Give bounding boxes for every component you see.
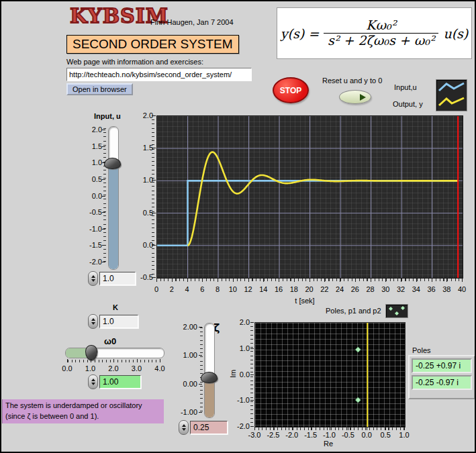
tick-label: 18 bbox=[290, 285, 298, 293]
tick-mark bbox=[102, 162, 105, 163]
tick-mark bbox=[202, 278, 203, 282]
system-status-message: The system is underdamped or oscillatory… bbox=[2, 399, 164, 423]
input-u-value: 1.0 bbox=[103, 274, 114, 283]
input-u-slider-track[interactable] bbox=[108, 126, 119, 270]
tick-label: 1.0 bbox=[230, 344, 250, 352]
k-spinner[interactable] bbox=[88, 314, 98, 329]
tick-label: -1.0 bbox=[323, 431, 336, 439]
poles-plot-title: Poles, p1 and p2 bbox=[326, 307, 381, 315]
open-in-browser-label: Open in browser bbox=[73, 85, 127, 93]
k-value: 1.0 bbox=[103, 317, 114, 326]
k-label: K bbox=[113, 303, 118, 311]
tick-label: 1.5 bbox=[79, 142, 102, 150]
k-numeric: 1.0 bbox=[88, 314, 138, 329]
tick-mark bbox=[199, 412, 202, 413]
poles-legend-icon[interactable] bbox=[385, 304, 408, 318]
tick-mark bbox=[250, 348, 254, 349]
zeta-spinner[interactable] bbox=[179, 420, 189, 435]
tick-mark bbox=[199, 355, 202, 356]
tick-label: 2.0 bbox=[230, 318, 250, 326]
url-input[interactable] bbox=[66, 68, 252, 81]
response-graph[interactable] bbox=[156, 115, 463, 279]
tick-label: 10 bbox=[229, 285, 237, 293]
tick-label: 6 bbox=[200, 285, 204, 293]
tick-label: 0.00 bbox=[175, 380, 197, 388]
omega0-spinner[interactable] bbox=[88, 374, 98, 389]
tick-mark bbox=[385, 278, 386, 282]
k-value-field[interactable]: 1.0 bbox=[99, 315, 138, 328]
tick-label: 1.0 bbox=[132, 176, 153, 184]
tick-mark bbox=[102, 212, 105, 213]
tick-mark bbox=[250, 426, 254, 427]
poles-readout-label: Poles bbox=[412, 346, 431, 354]
tick-mark bbox=[404, 427, 405, 430]
tick-mark bbox=[102, 196, 105, 197]
output-legend-line bbox=[439, 98, 464, 105]
tick-mark bbox=[311, 427, 312, 430]
input-u-slider-fill bbox=[109, 166, 118, 270]
pole-marker-icon bbox=[389, 307, 393, 311]
tick-mark bbox=[172, 278, 173, 282]
input-u-slider-handle[interactable] bbox=[104, 158, 121, 169]
zeta-slider-fill bbox=[205, 378, 214, 417]
tick-mark bbox=[294, 278, 295, 282]
tick-mark bbox=[310, 278, 310, 282]
tick-label: 16 bbox=[275, 285, 283, 293]
zeta-slider-track[interactable] bbox=[204, 323, 215, 418]
tick-mark bbox=[156, 278, 157, 282]
tick-label: 14 bbox=[259, 285, 267, 293]
tick-label: 1.0 bbox=[85, 364, 95, 372]
stop-label: STOP bbox=[280, 86, 301, 95]
zeta-slider-handle[interactable] bbox=[201, 372, 218, 383]
tick-mark bbox=[462, 278, 463, 282]
formula-lhs: y(s) = bbox=[281, 26, 319, 41]
tick-mark bbox=[273, 427, 274, 430]
tick-label: 32 bbox=[397, 285, 405, 293]
tick-label: 1.0 bbox=[399, 431, 409, 439]
tick-label: 26 bbox=[351, 285, 359, 293]
omega0-value-field[interactable]: 1.00 bbox=[99, 375, 141, 389]
tick-label: -1.0 bbox=[79, 225, 102, 233]
tick-label: 1.00 bbox=[175, 351, 197, 359]
tick-mark bbox=[152, 213, 156, 213]
tick-label: 0.5 bbox=[380, 431, 390, 439]
tick-mark bbox=[102, 262, 105, 262]
tick-label: -2.0 bbox=[285, 431, 298, 439]
tick-label: 40 bbox=[458, 285, 466, 293]
tick-mark bbox=[324, 278, 325, 282]
tick-label: 1.5 bbox=[132, 144, 153, 152]
omega0-value: 1.00 bbox=[103, 377, 118, 387]
tick-label: 34 bbox=[412, 285, 420, 293]
tick-label: 1.0 bbox=[79, 158, 102, 166]
legend-input-label: Input,u bbox=[394, 83, 417, 91]
input-u-spinner[interactable] bbox=[88, 271, 98, 286]
tick-label: 0.0 bbox=[62, 364, 72, 372]
tick-label: 38 bbox=[442, 285, 450, 293]
reset-arrow-icon bbox=[360, 94, 366, 101]
poles-x-axis-title: Re bbox=[324, 440, 333, 448]
poles-readout-frame: -0.25 +0.97 i -0.25 -0.97 i bbox=[408, 355, 475, 399]
tick-mark bbox=[91, 359, 91, 362]
tick-mark bbox=[67, 359, 68, 362]
tick-label: 30 bbox=[381, 285, 389, 293]
stop-button[interactable]: STOP bbox=[273, 77, 309, 103]
tick-mark bbox=[254, 427, 255, 430]
tick-mark bbox=[250, 322, 254, 323]
tick-label: 2.00 bbox=[175, 323, 197, 331]
zeta-value-field[interactable]: 0.25 bbox=[190, 421, 228, 434]
tick-label: 0.0 bbox=[230, 370, 250, 379]
main-y-minor-ticks bbox=[152, 115, 154, 277]
tick-label: 12 bbox=[244, 285, 252, 293]
plot-legend[interactable] bbox=[436, 79, 467, 111]
input-u-value-field[interactable]: 1.0 bbox=[99, 272, 136, 285]
pole-1-value: -0.25 +0.97 i bbox=[412, 358, 472, 373]
tick-mark bbox=[340, 278, 340, 282]
tick-label: 0.5 bbox=[132, 209, 153, 217]
tick-label: -0.5 bbox=[342, 431, 354, 439]
reset-button[interactable] bbox=[339, 90, 371, 104]
omega0-slider-track[interactable] bbox=[65, 348, 164, 358]
open-in-browser-button[interactable]: Open in browser bbox=[66, 83, 133, 95]
tick-label: 2.0 bbox=[132, 111, 153, 119]
tick-label: 36 bbox=[427, 285, 435, 293]
output-series-line bbox=[188, 152, 458, 246]
